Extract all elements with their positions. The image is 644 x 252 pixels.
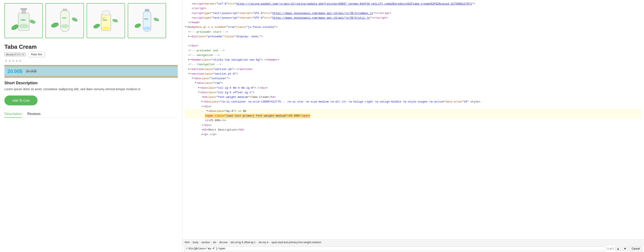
col-offset-triangle[interactable]: [198, 90, 200, 94]
svg-rect-8: [63, 8, 67, 11]
code-line-comment-nav-end: <!-- /navigation -->: [185, 62, 641, 67]
code-line-div-container: <div class="container">: [185, 76, 641, 81]
code-line-div-my4[interactable]: … <div class="my-4"> == $0: [185, 109, 641, 114]
short-description-text: Lorem ipsum dolor sit amet, consetetur s…: [4, 87, 178, 92]
code-line-header: <header class="sticky-top navigation nav…: [185, 58, 641, 62]
body-triangle[interactable]: [185, 25, 186, 29]
code-line-section-sm: <section class="section-sm"> … </section…: [185, 67, 641, 72]
svg-text:TABA: TABA: [144, 18, 148, 20]
price-section: 20.00$ 25.00$: [4, 65, 178, 78]
xpath-next-button[interactable]: ▼: [622, 247, 628, 251]
devtools-selected-tag: div.my-4 690×28: [4, 52, 26, 56]
code-line-script2: <script type="text/javascript" charset="…: [185, 11, 641, 16]
my4-triangle[interactable]: [206, 109, 208, 113]
rate-this-button[interactable]: Rate this: [28, 52, 44, 57]
svg-rect-21: [145, 9, 149, 12]
script-src-link-3[interactable]: https://maps.googleapis.com/maps-api-v3/…: [272, 16, 370, 20]
p-triangle[interactable]: [202, 132, 203, 136]
code-line-div-col-lg5-mb4: <div class="col-lg-5 mb-4 mb-lg-0"> … </…: [185, 86, 641, 90]
price-outer-bg: 20.00$ 25.00$: [4, 65, 178, 78]
code-line-comment-preloader-start: <!-- preloader start -->: [185, 30, 641, 34]
original-price: 25.00$: [26, 69, 36, 73]
devtools-code-view[interactable]: <script charset="utf-8" src="https://rat…: [182, 0, 644, 239]
section-sm-triangle[interactable]: [188, 67, 190, 71]
breadcrumb-section[interactable]: section: [202, 241, 210, 244]
code-line-body: <body data-gr-c-s-loaded="true" class="j…: [185, 25, 641, 30]
xpath-count: 1 of 1: [607, 247, 614, 250]
product-image-gallery: TABA TABA TABA ★★★: [4, 2, 178, 38]
code-line-h5: <h5> Short Description </h5>: [185, 128, 641, 132]
product-image-3[interactable]: TABA ★★★: [86, 3, 125, 38]
svg-point-24: [153, 17, 159, 22]
product-image-4[interactable]: TABA: [128, 3, 166, 38]
cancel-button[interactable]: Cancel: [629, 246, 642, 251]
svg-point-17: [112, 18, 118, 23]
star-2: ★: [8, 58, 12, 63]
code-line-div-my4-close: </div>: [185, 123, 641, 128]
breadcrumb-div-col[interactable]: div.col-lg-5.offset-lg-1: [230, 241, 256, 244]
xpath-input[interactable]: [184, 246, 606, 251]
star-rating-row: ★ ★ ★ ★ ★: [4, 58, 178, 63]
code-line-comment-nav: <!-- navigation -->: [185, 53, 641, 58]
code-line-s-price: <s> 25.00$ </s>: [185, 118, 641, 123]
code-line-preloader-close: </div>: [185, 44, 641, 48]
breadcrumb-div-row[interactable]: div.row: [219, 241, 228, 244]
code-line-p: <p> … </p>: [185, 132, 641, 137]
container-triangle[interactable]: [192, 76, 193, 80]
svg-text:TABA: TABA: [102, 19, 107, 21]
devtools-xpath-bar: 1 of 1 ▲ ▼ Cancel: [182, 245, 644, 252]
svg-rect-7: [60, 10, 69, 32]
svg-rect-2: [20, 8, 27, 10]
breadcrumb-span-lead[interactable]: span.lead.text-primary.font-weight-mediu…: [272, 241, 321, 244]
star-4: ★: [15, 58, 18, 63]
code-line-script3: <script type="text/javascript" charset="…: [185, 16, 641, 20]
svg-point-10: [50, 21, 59, 28]
code-line-div-row: <div class="row">: [185, 81, 641, 86]
star-3: ★: [12, 58, 15, 63]
product-title: Taba Cream: [4, 43, 178, 50]
product-tabs: Description Reviews: [4, 112, 178, 118]
code-line-h4: <h4 class="font-weight-medium"> Taba Cre…: [185, 95, 641, 100]
breadcrumb-div-my4[interactable]: div.my-4: [259, 241, 268, 244]
code-line-blank1: [185, 39, 641, 44]
section-pt0-triangle[interactable]: [188, 72, 190, 75]
code-line-preloader-div: <div class="preloader" style="display: n…: [185, 34, 641, 39]
sale-price: 20.00$: [8, 68, 22, 74]
row-triangle[interactable]: [195, 81, 196, 85]
svg-text:TABA: TABA: [62, 17, 66, 19]
star-5: ★: [18, 58, 22, 63]
price-highlight-row: 20.00$ 25.00$: [4, 66, 178, 76]
xpath-prev-button[interactable]: ▲: [615, 247, 621, 251]
header-triangle[interactable]: [188, 58, 190, 61]
product-image-1[interactable]: TABA: [4, 3, 43, 38]
script-src-link-2[interactable]: https://maps.googleapis.com/maps-api-v3/…: [272, 11, 373, 16]
code-line-div-rw: <div class="rw-ui-container rw-urid-1360…: [185, 100, 641, 104]
breadcrumb-body[interactable]: body: [193, 241, 198, 244]
col-lg5-mb4-triangle[interactable]: [198, 86, 200, 90]
code-line-section-pt0: <section class="section pt-0">: [185, 72, 641, 76]
tab-description[interactable]: Description: [4, 112, 22, 118]
title-meta-row: div.my-4 690×28 Rate this: [4, 52, 178, 57]
devtools-breadcrumb: html › body › section › div › div.row › …: [182, 239, 644, 245]
svg-point-9: [61, 24, 69, 28]
svg-text:TABA: TABA: [20, 19, 26, 21]
svg-point-5: [29, 19, 36, 24]
svg-text:★★★: ★★★: [102, 17, 105, 19]
script-src-link-1[interactable]: https://rating-widget.com/js/api/v2/rati…: [236, 2, 472, 6]
svg-point-3: [19, 24, 28, 28]
product-left-panel: TABA TABA TABA ★★★: [0, 0, 182, 252]
breadcrumb-div[interactable]: div: [213, 241, 216, 244]
devtools-panel: <script charset="utf-8" src="https://rat…: [182, 0, 644, 252]
svg-point-11: [71, 17, 78, 22]
devtools-tag-dimensions: 690×28: [16, 53, 24, 56]
code-line-script1-close: </script>: [185, 6, 641, 11]
svg-rect-14: [103, 11, 109, 15]
preloader-triangle[interactable]: [188, 34, 190, 38]
add-to-cart-button[interactable]: Add To Cart: [4, 95, 38, 105]
breadcrumb-html[interactable]: html: [185, 241, 190, 244]
code-line-comment-preloader-end: <!-- preloader end -->: [185, 48, 641, 53]
tab-reviews[interactable]: Reviews: [27, 112, 40, 117]
rw-triangle[interactable]: [202, 100, 203, 103]
code-line-span-price: <span class="lead text-primary font-weig…: [185, 114, 641, 118]
product-image-2[interactable]: TABA: [46, 3, 84, 38]
